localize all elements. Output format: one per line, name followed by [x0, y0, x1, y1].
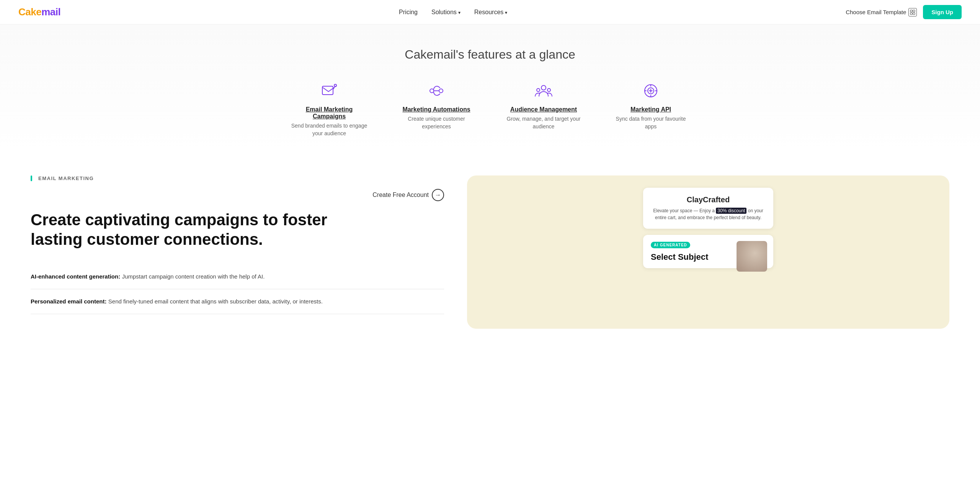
nav-resources[interactable]: Resources: [474, 9, 507, 16]
features-grid: Email Marketing Campaigns Send branded e…: [18, 80, 962, 137]
signup-button[interactable]: Sign Up: [923, 5, 962, 19]
feature-automations-desc: Create unique customer experiences: [398, 115, 475, 130]
create-free-account-row: Create Free Account →: [31, 189, 444, 201]
nav-solutions[interactable]: Solutions: [431, 9, 461, 16]
feature-api-title: Marketing API: [630, 106, 671, 113]
feature-point-2: Personalized email content: Send finely-…: [31, 289, 444, 314]
email-marketing-icon: [318, 80, 340, 102]
navbar: Cakemail Pricing Solutions Resources Cho…: [0, 0, 980, 25]
feature-audience-title: Audience Management: [510, 106, 577, 113]
nav-right: Choose Email Template Sign Up: [846, 5, 962, 19]
template-icon: [908, 8, 917, 16]
feature-automations[interactable]: Marketing Automations Create unique cust…: [398, 80, 475, 137]
section-label: EMAIL MARKETING: [38, 175, 94, 181]
choose-template-link[interactable]: Choose Email Template: [846, 8, 917, 16]
solutions-chevron-icon: [458, 9, 461, 16]
feature-email-desc: Send branded emails to engage your audie…: [291, 122, 368, 137]
feature-point-2-text: Send finely-tuned email content that ali…: [108, 298, 323, 305]
email-company-name: ClayCrafted: [652, 195, 764, 204]
api-icon: [640, 80, 662, 102]
svg-point-5: [334, 84, 336, 87]
create-free-account-button[interactable]: Create Free Account →: [372, 189, 444, 201]
svg-rect-3: [913, 13, 915, 15]
section-headline: Create captivating campaigns to foster l…: [31, 210, 444, 249]
svg-rect-0: [910, 10, 912, 12]
feature-email-marketing[interactable]: Email Marketing Campaigns Send branded e…: [291, 80, 368, 137]
feature-point-1-title: AI-enhanced content generation:: [31, 273, 120, 280]
resources-chevron-icon: [505, 9, 507, 16]
preview-card: ClayCrafted Elevate your space — Enjoy a…: [467, 175, 949, 329]
email-preview-card: ClayCrafted Elevate your space — Enjoy a…: [643, 188, 773, 229]
features-title: Cakemail's features at a glance: [18, 48, 962, 62]
svg-point-9: [537, 89, 540, 92]
product-image: [737, 241, 767, 272]
email-preview-text: Elevate your space — Enjoy a 30% discoun…: [652, 207, 764, 221]
left-column: EMAIL MARKETING Create Free Account → Cr…: [31, 175, 444, 329]
arrow-circle-icon: →: [432, 189, 444, 201]
feature-point-1: AI-enhanced content generation: Jumpstar…: [31, 264, 444, 289]
features-section: Cakemail's features at a glance Email Ma…: [0, 25, 980, 152]
feature-email-title: Email Marketing Campaigns: [291, 106, 368, 120]
ai-badge: AI GENERATED: [651, 242, 690, 248]
svg-point-7: [439, 89, 443, 93]
logo[interactable]: Cakemail: [18, 6, 60, 18]
svg-rect-1: [913, 10, 915, 12]
svg-point-10: [547, 89, 550, 92]
email-marketing-section: EMAIL MARKETING Create Free Account → Cr…: [0, 152, 980, 352]
feature-api[interactable]: Marketing API Sync data from your favour…: [612, 80, 689, 137]
feature-point-1-text: Jumpstart campaign content creation with…: [122, 273, 265, 280]
logo-text2: mail: [41, 6, 60, 18]
svg-rect-2: [910, 13, 912, 15]
green-accent-bar: [31, 175, 32, 181]
ai-generated-card: AI GENERATED Select Subject: [643, 235, 773, 268]
svg-point-6: [430, 89, 434, 93]
logo-text: Cake: [18, 6, 41, 18]
feature-point-2-title: Personalized email content:: [31, 298, 106, 305]
create-free-account-label: Create Free Account: [372, 192, 429, 198]
feature-api-desc: Sync data from your favourite apps: [612, 115, 689, 130]
svg-rect-4: [322, 86, 333, 95]
audience-icon: [533, 80, 554, 102]
automations-icon: [426, 80, 447, 102]
feature-audience[interactable]: Audience Management Grow, manage, and ta…: [505, 80, 582, 137]
feature-automations-title: Marketing Automations: [402, 106, 470, 113]
email-discount-highlight: 30% discount: [716, 208, 746, 214]
feature-audience-desc: Grow, manage, and target your audience: [505, 115, 582, 130]
nav-pricing[interactable]: Pricing: [399, 9, 418, 16]
nav-links: Pricing Solutions Resources: [399, 9, 507, 16]
product-image-thumb: [737, 241, 767, 272]
section-label-wrapper: EMAIL MARKETING: [31, 175, 444, 181]
right-column: ClayCrafted Elevate your space — Enjoy a…: [467, 175, 949, 329]
svg-point-8: [541, 85, 546, 90]
